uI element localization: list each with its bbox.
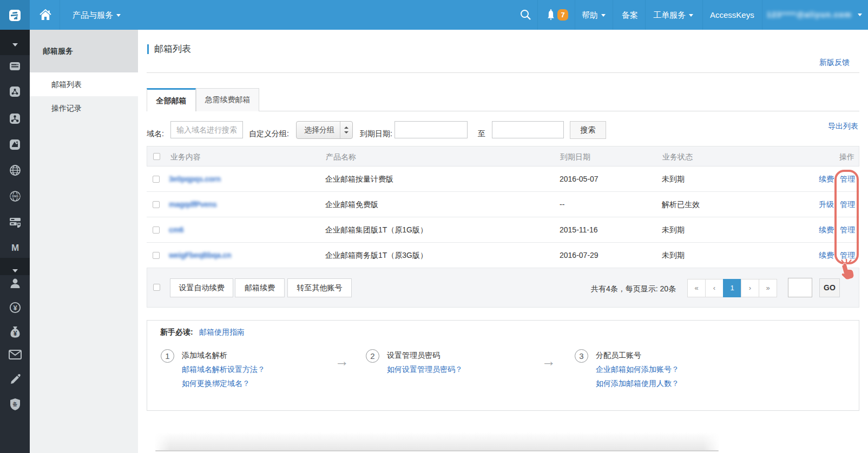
svg-text:¥: ¥ (13, 304, 17, 312)
svg-text:M: M (11, 243, 18, 252)
svg-text:DNS: DNS (12, 195, 18, 198)
svg-text:备: 备 (12, 401, 18, 407)
svg-text:¥: ¥ (13, 330, 17, 337)
